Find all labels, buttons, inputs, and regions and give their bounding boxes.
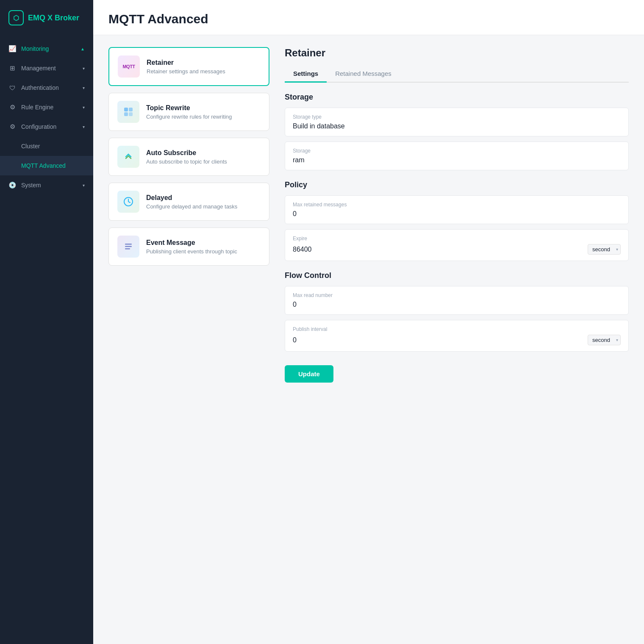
expire-field: Expire 86400 second minute hour xyxy=(285,229,629,261)
expire-unit-select[interactable]: second minute hour xyxy=(588,244,621,255)
svg-rect-3 xyxy=(129,112,133,116)
sidebar-item-authentication[interactable]: 🛡 Authentication ▾ xyxy=(0,78,93,97)
delayed-icon-svg xyxy=(122,196,134,208)
chevron-auth: ▾ xyxy=(83,86,85,90)
card-title-event: Event Message xyxy=(146,239,237,247)
card-content-topic: Topic Rewrite Configure rewrite rules fo… xyxy=(146,104,232,120)
svg-rect-5 xyxy=(125,244,132,245)
chevron-monitoring: ▲ xyxy=(80,47,85,51)
sidebar: ⬡ EMQ X Broker 📈 Monitoring ▲ ⊞ Manageme… xyxy=(0,0,93,644)
card-desc-delayed: Configure delayed and manage tasks xyxy=(146,203,237,210)
card-topic-rewrite[interactable]: Topic Rewrite Configure rewrite rules fo… xyxy=(108,93,269,131)
sidebar-label-configuration: Configuration xyxy=(21,123,56,130)
system-icon: 💿 xyxy=(8,181,16,189)
max-read-field: Max read number 0 xyxy=(285,286,629,315)
svg-rect-0 xyxy=(124,108,128,111)
publish-interval-unit-wrap[interactable]: second minute hour xyxy=(588,335,621,345)
update-button[interactable]: Update xyxy=(285,365,333,383)
card-content-retainer: Retainer Retainer settings and messages xyxy=(147,59,225,75)
panel-title: Retainer xyxy=(285,47,629,59)
page-header: MQTT Advanced xyxy=(93,0,644,35)
card-delayed[interactable]: Delayed Configure delayed and manage tas… xyxy=(108,183,269,221)
card-title-topic: Topic Rewrite xyxy=(146,104,232,112)
card-desc-auto: Auto subscribe to topic for clients xyxy=(146,158,227,165)
publish-interval-unit-select[interactable]: second minute hour xyxy=(588,335,621,345)
tab-retained-messages[interactable]: Retained Messages xyxy=(327,66,400,83)
card-desc-event: Publishing client events through topic xyxy=(146,248,237,255)
management-icon: ⊞ xyxy=(8,64,16,72)
storage-type-value: Build in database xyxy=(293,122,621,130)
card-desc-retainer: Retainer settings and messages xyxy=(147,68,225,75)
flow-control-section-title: Flow Control xyxy=(285,271,629,280)
card-auto-subscribe[interactable]: Auto Subscribe Auto subscribe to topic f… xyxy=(108,138,269,176)
chevron-config: ▾ xyxy=(83,125,85,129)
sidebar-item-cluster[interactable]: Cluster xyxy=(0,136,93,156)
chevron-rule: ▾ xyxy=(83,105,85,110)
expire-label: Expire xyxy=(293,236,621,242)
storage-value: ram xyxy=(293,156,621,164)
card-icon-auto xyxy=(117,146,139,168)
card-icon-retainer: MQTT xyxy=(118,56,140,78)
rule-engine-icon: ⚙ xyxy=(8,103,16,111)
publish-interval-value: 0 xyxy=(293,336,583,344)
sidebar-item-mqtt-advanced[interactable]: MQTT Advanced xyxy=(0,156,93,175)
sidebar-label-mqtt-advanced: MQTT Advanced xyxy=(21,162,66,169)
max-retained-value: 0 xyxy=(293,210,621,218)
mqtt-label: MQTT xyxy=(122,64,135,69)
sidebar-item-management[interactable]: ⊞ Management ▾ xyxy=(0,58,93,78)
svg-rect-2 xyxy=(124,112,128,116)
publish-interval-label: Publish interval xyxy=(293,326,621,332)
storage-section-title: Storage xyxy=(285,93,629,102)
sidebar-label-authentication: Authentication xyxy=(21,84,59,91)
sidebar-label-rule-engine: Rule Engine xyxy=(21,104,53,111)
storage-type-field: Storage type Build in database xyxy=(285,108,629,136)
tab-settings[interactable]: Settings xyxy=(285,66,327,83)
publish-interval-row: 0 second minute hour xyxy=(293,335,621,345)
storage-type-label: Storage type xyxy=(293,114,621,120)
chevron-management: ▾ xyxy=(83,66,85,71)
max-retained-field: Max retained messages 0 xyxy=(285,195,629,224)
card-content-delayed: Delayed Configure delayed and manage tas… xyxy=(146,194,237,210)
svg-rect-6 xyxy=(125,246,132,247)
expire-value: 86400 xyxy=(293,246,583,253)
app-name: EMQ X Broker xyxy=(28,14,79,22)
page-title: MQTT Advanced xyxy=(108,12,629,26)
sidebar-item-system[interactable]: 💿 System ▾ xyxy=(0,175,93,195)
max-read-label: Max read number xyxy=(293,292,621,298)
sidebar-label-system: System xyxy=(21,182,41,189)
storage-label: Storage xyxy=(293,148,621,154)
topic-icon-svg xyxy=(122,106,134,118)
storage-field: Storage ram xyxy=(285,142,629,170)
card-title-delayed: Delayed xyxy=(146,194,237,202)
card-title-auto: Auto Subscribe xyxy=(146,149,227,157)
card-content-auto: Auto Subscribe Auto subscribe to topic f… xyxy=(146,149,227,165)
svg-rect-1 xyxy=(129,108,133,111)
sidebar-item-configuration[interactable]: ⚙ Configuration ▾ xyxy=(0,117,93,136)
card-title-retainer: Retainer xyxy=(147,59,225,67)
policy-section-title: Policy xyxy=(285,180,629,189)
sidebar-nav: 📈 Monitoring ▲ ⊞ Management ▾ 🛡 Authenti… xyxy=(0,36,93,198)
card-retainer[interactable]: MQTT Retainer Retainer settings and mess… xyxy=(108,47,269,86)
card-icon-delayed xyxy=(117,191,139,213)
sidebar-item-monitoring[interactable]: 📈 Monitoring ▲ xyxy=(0,39,93,58)
mqtt-advanced-icon xyxy=(8,162,16,169)
svg-rect-7 xyxy=(125,248,130,250)
card-event-message[interactable]: Event Message Publishing client events t… xyxy=(108,228,269,266)
sidebar-label-cluster: Cluster xyxy=(21,143,40,150)
publish-interval-field: Publish interval 0 second minute hour xyxy=(285,320,629,352)
card-icon-event xyxy=(117,236,139,258)
sidebar-label-monitoring: Monitoring xyxy=(21,45,49,52)
cluster-icon xyxy=(8,142,16,150)
expire-unit-wrap[interactable]: second minute hour xyxy=(588,244,621,255)
card-content-event: Event Message Publishing client events t… xyxy=(146,239,237,255)
right-panel: Retainer Settings Retained Messages Stor… xyxy=(269,47,629,632)
card-icon-topic xyxy=(117,101,139,123)
main-content: MQTT Advanced MQTT Retainer Retainer set… xyxy=(93,0,644,644)
sidebar-item-rule-engine[interactable]: ⚙ Rule Engine ▾ xyxy=(0,97,93,117)
sidebar-label-management: Management xyxy=(21,65,56,72)
max-read-value: 0 xyxy=(293,301,621,308)
expire-row: 86400 second minute hour xyxy=(293,244,621,255)
chevron-system: ▾ xyxy=(83,183,85,188)
auto-icon-svg xyxy=(122,151,134,163)
event-icon-svg xyxy=(122,241,134,253)
